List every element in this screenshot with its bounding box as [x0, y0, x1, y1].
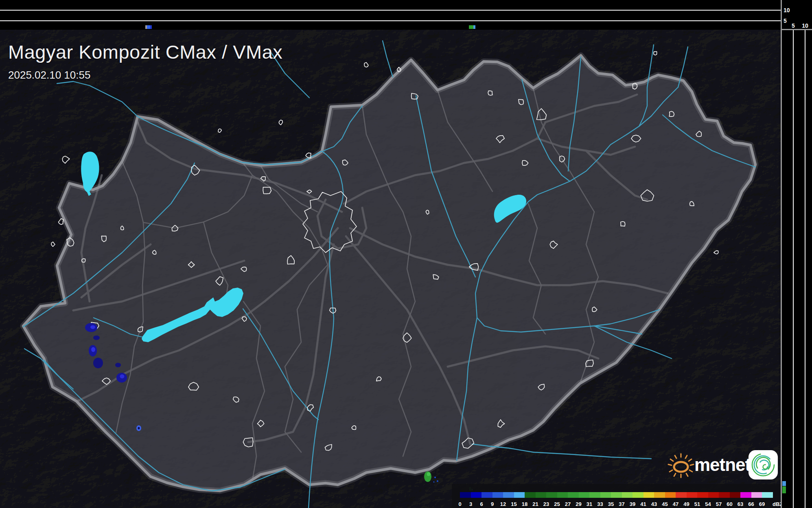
legend-cell: 60: [730, 492, 741, 498]
legend-cell: 69: [762, 492, 773, 498]
timeline-rule: [0, 10, 781, 11]
radar-map: [0, 30, 781, 508]
legend-cell: 23: [546, 492, 557, 498]
radar-echo: [427, 473, 431, 476]
ruler-v-label: 10: [802, 22, 808, 29]
legend-cell: 0: [460, 492, 471, 498]
legend-tick: 63: [738, 501, 743, 507]
legend-tick: 23: [543, 501, 549, 507]
legend-cell: 51: [697, 492, 708, 498]
legend-cell: 12: [503, 492, 514, 498]
legend-cell: 21: [536, 492, 547, 498]
panel-separator: [781, 0, 782, 508]
legend-cell: 54: [708, 492, 719, 498]
legend-tick: 39: [630, 501, 635, 507]
radar-echo: [93, 336, 100, 340]
ruler-data-bar: [782, 486, 786, 493]
legend-tick: 41: [640, 501, 646, 507]
legend-tick: 15: [511, 501, 517, 507]
timeline-bar[interactable]: [0, 0, 781, 30]
legend-tick: 6: [480, 501, 483, 507]
legend-tick: 9: [491, 501, 494, 507]
metnet-logo[interactable]: metnet: [668, 448, 781, 484]
radar-echo: [115, 363, 121, 367]
timeline-marker: [473, 25, 475, 29]
legend-cell: 27: [568, 492, 579, 498]
ruler-axis-line: [781, 29, 812, 30]
legend-tick: 43: [651, 501, 657, 507]
legend-tick: 33: [597, 501, 603, 507]
legend-cell: 31: [589, 492, 600, 498]
legend-tick: 12: [500, 501, 506, 507]
dbz-legend: 0369121518212325272931333537394143454749…: [452, 484, 781, 508]
legend-tick: 3: [469, 501, 472, 507]
legend-tick: 57: [716, 501, 722, 507]
legend-tick: 27: [565, 501, 571, 507]
legend-cell: 6: [482, 492, 492, 498]
radar-echo: [120, 374, 125, 378]
legend-tick: 49: [683, 501, 689, 507]
legend-tick: 51: [694, 501, 700, 507]
legend-tick: 60: [727, 501, 732, 507]
legend-tick: 18: [522, 501, 527, 507]
ruler-data-bar: [782, 481, 786, 486]
metnet-wordmark: metnet: [694, 455, 751, 475]
page-title: Magyar Kompozit CMax / VMax: [8, 41, 282, 63]
ruler-v-line: [793, 30, 794, 508]
radar-echo: [91, 347, 95, 352]
legend-tick: 69: [759, 501, 765, 507]
legend-tick: 25: [554, 501, 560, 507]
radar-echo: [433, 482, 435, 483]
legend-tick: 35: [608, 501, 614, 507]
legend-cell: 45: [665, 492, 676, 498]
legend-tick: 66: [748, 501, 754, 507]
legend-tick: 45: [662, 501, 668, 507]
legend-cell: 43: [654, 492, 665, 498]
dbz-scale: 0369121518212325272931333537394143454749…: [460, 492, 773, 498]
legend-tick: 37: [619, 501, 624, 507]
legend-cell: 37: [622, 492, 633, 498]
legend-tick: 47: [673, 501, 678, 507]
legend-tick: 29: [576, 501, 581, 507]
legend-cell: 25: [557, 492, 568, 498]
ruler-v-line: [805, 30, 805, 508]
legend-tick: 54: [705, 501, 711, 507]
timestamp: 2025.02.10 10:55: [8, 69, 282, 81]
legend-cell: 3: [471, 492, 482, 498]
radar-echo: [90, 325, 95, 329]
radar-echo: [138, 427, 140, 429]
timeline-marker: [150, 25, 152, 29]
legend-cell: 63: [740, 492, 751, 498]
radar-echo: [434, 477, 436, 478]
ruler-h-label: 10: [784, 7, 790, 13]
legend-tick: 21: [532, 501, 538, 507]
legend-cell: 49: [687, 492, 698, 498]
right-ruler-panel: 105510: [781, 0, 812, 508]
legend-cell: 57: [719, 492, 730, 498]
timeline-marker: [469, 25, 473, 29]
legend-tick: 0: [458, 501, 461, 507]
legend-cell: 15: [514, 492, 525, 498]
legend-cell: 9: [492, 492, 503, 498]
legend-cell: 35: [611, 492, 622, 498]
legend-cell: 33: [600, 492, 611, 498]
metnet-app-icon: [748, 450, 778, 480]
legend-cell: 66: [751, 492, 762, 498]
legend-cell: 47: [676, 492, 687, 498]
legend-cell: 29: [579, 492, 590, 498]
radar-echo: [437, 480, 438, 482]
legend-cell: 18: [525, 492, 536, 498]
sun-icon: [668, 452, 694, 479]
legend-tick: 31: [587, 501, 592, 507]
radar-app-window: Magyar Kompozit CMax / VMax 2025.02.10 1…: [0, 0, 812, 508]
legend-cell: 41: [643, 492, 654, 498]
legend-cell: 39: [633, 492, 643, 498]
ruler-h-label: 5: [784, 18, 787, 24]
timeline-marker: [147, 25, 150, 29]
ruler-v-label: 5: [792, 22, 795, 29]
radar-echo: [93, 358, 103, 368]
map-header: Magyar Kompozit CMax / VMax 2025.02.10 1…: [8, 41, 282, 81]
timeline-rule: [0, 20, 781, 21]
